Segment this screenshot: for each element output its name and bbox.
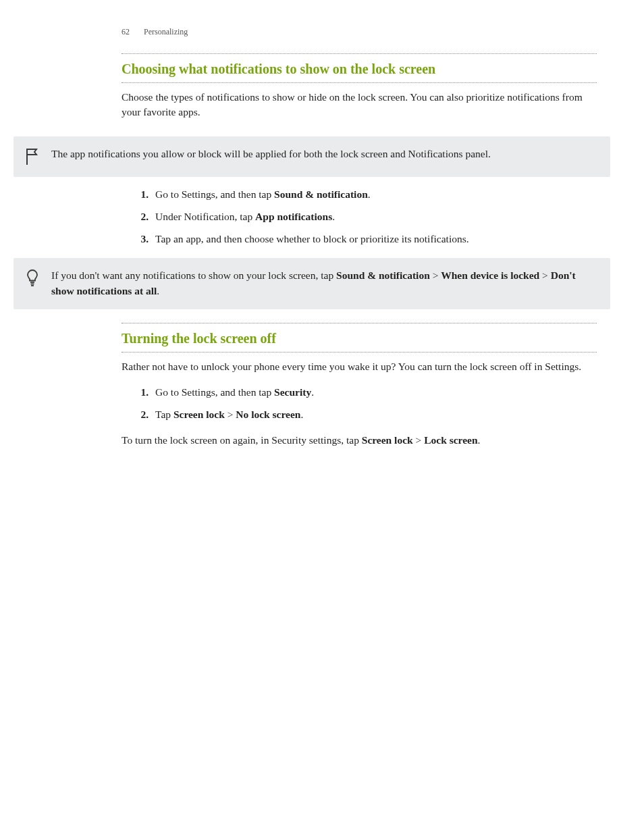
tip-text: If you don't want any notifications to s… (51, 267, 599, 299)
divider (122, 82, 597, 83)
note-text: The app notifications you allow or block… (51, 146, 491, 161)
ui-label: Screen lock (173, 409, 225, 420)
divider (122, 352, 597, 353)
step-item: Go to Settings, and then tap Sound & not… (151, 186, 597, 202)
ui-label: Sound & notification (336, 269, 430, 281)
intro-paragraph: Choose the types of notifications to sho… (122, 90, 597, 120)
tip-fragment: . (157, 285, 159, 296)
breadcrumb-separator: > (539, 269, 551, 281)
ui-label: When device is locked (441, 269, 539, 281)
step-item: Tap an app, and then choose whether to b… (151, 231, 597, 246)
section-notifications: Choosing what notifications to show on t… (122, 53, 597, 120)
step-item: Go to Settings, and then tap Security. (151, 384, 597, 400)
step-text: . (300, 409, 303, 420)
ui-label: Security (274, 386, 311, 398)
ui-label: App notifications (255, 211, 332, 222)
intro-paragraph: Rather not have to unlock your phone eve… (122, 359, 597, 374)
outro-paragraph: To turn the lock screen on again, in Sec… (122, 433, 597, 448)
step-text: Go to Settings, and then tap (155, 386, 274, 398)
section-heading: Choosing what notifications to show on t… (122, 61, 597, 77)
note-callout: The app notifications you allow or block… (14, 136, 610, 177)
text-fragment: . (478, 434, 481, 446)
divider (122, 323, 597, 323)
step-text: . (311, 386, 314, 398)
lightbulb-icon (24, 269, 41, 288)
section-heading: Turning the lock screen off (122, 330, 597, 346)
tip-fragment: If you don't want any notifications to s… (51, 269, 336, 281)
section-lockscreen-off: Turning the lock screen off Rather not h… (122, 323, 597, 448)
breadcrumb-separator: > (225, 409, 236, 420)
step-text: Tap (155, 409, 173, 420)
breadcrumb-separator: > (413, 434, 425, 446)
ui-label: No lock screen (236, 409, 300, 420)
flag-icon (24, 147, 41, 166)
step-text: Go to Settings, and then tap (155, 188, 274, 200)
step-text: . (332, 211, 335, 222)
step-item: Under Notification, tap App notification… (151, 209, 597, 224)
tip-callout: If you don't want any notifications to s… (14, 258, 610, 310)
ui-label: Lock screen (424, 434, 477, 446)
page-number: 62 (122, 27, 142, 37)
step-text: Tap an app, and then choose whether to b… (155, 233, 469, 244)
breadcrumb-separator: > (430, 269, 441, 281)
ui-label: Screen lock (362, 434, 413, 446)
ui-label: Sound & notification (274, 188, 368, 200)
step-text: Under Notification, tap (155, 211, 255, 222)
divider (122, 53, 597, 54)
document-page: 62 Personalizing Choosing what notificat… (0, 0, 644, 834)
steps-block-1: Go to Settings, and then tap Sound & not… (122, 186, 597, 247)
running-header: 62 Personalizing (122, 27, 603, 37)
step-item: Tap Screen lock > No lock screen. (151, 407, 597, 422)
chapter-title: Personalizing (144, 27, 188, 36)
ordered-steps: Go to Settings, and then tap Sound & not… (122, 186, 597, 247)
text-fragment: To turn the lock screen on again, in Sec… (122, 434, 362, 446)
ordered-steps: Go to Settings, and then tap Security. T… (122, 384, 597, 423)
step-text: . (368, 188, 371, 200)
